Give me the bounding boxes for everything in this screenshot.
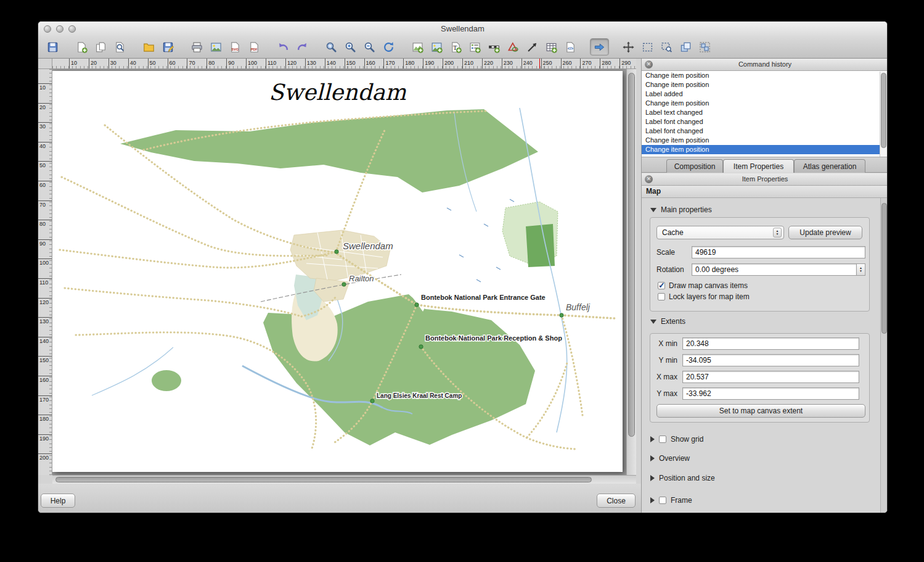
h-ruler-mark: 130 xyxy=(307,60,316,66)
raise-items-icon xyxy=(680,41,692,53)
tab-item-properties[interactable]: Item Properties xyxy=(723,159,794,173)
close-button[interactable]: Close xyxy=(597,494,636,508)
undo-icon xyxy=(277,41,289,53)
save-as-template-button[interactable] xyxy=(158,38,178,56)
add-html-icon: </> xyxy=(565,41,576,53)
v-ruler-mark: 120 xyxy=(39,299,49,305)
svg-text:PDF: PDF xyxy=(251,47,258,51)
show-grid-checkbox[interactable] xyxy=(659,436,666,443)
zoom-to-region-icon xyxy=(661,41,673,53)
add-map-button[interactable] xyxy=(408,38,427,56)
composer-canvas[interactable]: SwellendamRailtonBontebok National Park … xyxy=(52,69,636,475)
toolbar-group xyxy=(274,38,312,56)
add-label-button[interactable]: T xyxy=(446,38,465,56)
raise-items-button[interactable] xyxy=(676,38,695,56)
redo-button[interactable] xyxy=(293,38,312,56)
update-preview-button[interactable]: Update preview xyxy=(788,226,862,239)
history-item[interactable]: Label font changed xyxy=(642,117,888,126)
zoom-in-button[interactable] xyxy=(341,38,360,56)
export-svg-button[interactable]: SVG xyxy=(226,38,245,56)
history-item[interactable]: Label font changed xyxy=(642,126,888,136)
load-from-template-icon xyxy=(143,41,155,53)
panel-scrollbar[interactable] xyxy=(880,198,888,513)
help-button[interactable]: Help xyxy=(41,494,75,508)
new-composition-icon xyxy=(76,41,88,53)
v-ruler-mark: 100 xyxy=(39,260,49,266)
svg-text:SVG: SVG xyxy=(232,47,239,51)
tab-atlas-generation[interactable]: Atlas generation xyxy=(794,159,865,173)
v-ruler-mark: 10 xyxy=(39,85,46,91)
history-item[interactable]: Change item position xyxy=(642,99,888,108)
tab-composition[interactable]: Composition xyxy=(666,159,723,173)
set-to-map-canvas-extent-button[interactable]: Set to map canvas extent xyxy=(656,404,865,418)
draw-map-canvas-items-checkbox[interactable] xyxy=(658,282,665,289)
vertical-scroll-thumb[interactable] xyxy=(628,73,635,437)
export-image-button[interactable] xyxy=(206,38,226,56)
h-ruler-mark: 140 xyxy=(327,60,336,66)
canvas-horizontal-scrollbar[interactable] xyxy=(52,475,636,484)
print-button[interactable] xyxy=(187,38,206,56)
export-pdf-button[interactable]: PDF xyxy=(245,38,264,56)
map-mode-select[interactable]: Cache ▲▼ xyxy=(656,226,784,239)
add-shape-button[interactable] xyxy=(504,38,523,56)
frame-checkbox[interactable] xyxy=(659,497,666,504)
select-marquee-button[interactable] xyxy=(638,38,657,56)
poi-dot xyxy=(415,303,419,307)
h-ruler-mark: 240 xyxy=(523,60,533,66)
extent-input-x-max[interactable]: 20.537 xyxy=(682,371,859,383)
history-item[interactable]: Change item position xyxy=(642,80,888,89)
add-arrow-button[interactable] xyxy=(523,38,542,56)
load-from-template-button[interactable] xyxy=(139,38,158,56)
command-history-scroll-thumb[interactable] xyxy=(881,73,886,148)
duplicate-composition-button[interactable] xyxy=(91,38,110,56)
zoom-full-button[interactable] xyxy=(322,38,341,56)
map-title-label[interactable]: Swellendam xyxy=(52,80,623,105)
command-history-scrollbar[interactable] xyxy=(880,72,888,157)
add-label-icon: T xyxy=(450,41,462,53)
titlebar[interactable]: Swellendam xyxy=(38,22,887,35)
zoom-to-region-button[interactable] xyxy=(657,38,676,56)
toolbar-group xyxy=(139,38,178,56)
h-ruler-mark: 70 xyxy=(189,60,195,66)
zoom-out-button[interactable] xyxy=(360,38,379,56)
composition-paper[interactable]: SwellendamRailtonBontebok National Park … xyxy=(52,71,623,472)
rotation-input[interactable]: 0.00 degrees xyxy=(692,263,857,276)
extent-input-y-max[interactable]: -33.962 xyxy=(682,387,859,400)
add-scalebar-button[interactable] xyxy=(484,38,504,56)
save-button[interactable] xyxy=(43,38,62,56)
panel-scroll-thumb[interactable] xyxy=(881,203,887,334)
main-properties-disclosure[interactable]: Main properties xyxy=(650,205,712,214)
history-item[interactable]: Change item position xyxy=(642,136,888,145)
history-item[interactable]: Change item position xyxy=(642,145,888,154)
add-table-button[interactable] xyxy=(542,38,561,56)
lock-layers-checkbox[interactable] xyxy=(658,293,665,300)
scale-input[interactable]: 49619 xyxy=(692,246,865,258)
move-item-content-button[interactable] xyxy=(619,38,638,56)
new-composition-button[interactable] xyxy=(72,38,91,56)
add-image-button[interactable] xyxy=(427,38,446,56)
extent-input-x-min[interactable]: 20.348 xyxy=(682,337,859,350)
add-html-button[interactable]: </> xyxy=(561,38,580,56)
extent-input-y-min[interactable]: -34.095 xyxy=(682,354,859,366)
history-item[interactable]: Label added xyxy=(642,89,888,99)
section-show-grid[interactable]: Show grid xyxy=(650,435,703,444)
rotation-spinner[interactable]: ▲▼ xyxy=(857,263,865,276)
section-frame[interactable]: Frame xyxy=(650,496,692,505)
composition-manager-button[interactable] xyxy=(110,38,129,56)
select-move-item-button[interactable] xyxy=(590,38,609,56)
refresh-view-button[interactable] xyxy=(379,38,398,56)
history-item[interactable]: Label text changed xyxy=(642,108,888,117)
undo-button[interactable] xyxy=(274,38,293,56)
add-legend-button[interactable] xyxy=(465,38,484,56)
map-item[interactable]: SwellendamRailtonBontebok National Park … xyxy=(52,71,623,472)
export-image-icon xyxy=(210,41,222,53)
section-overview[interactable]: Overview xyxy=(650,454,690,463)
group-items-button[interactable] xyxy=(695,38,714,56)
horizontal-scroll-thumb[interactable] xyxy=(55,477,592,482)
section-position-and-size[interactable]: Position and size xyxy=(650,474,715,482)
history-item[interactable]: Change item position xyxy=(642,71,888,80)
canvas-vertical-scrollbar[interactable] xyxy=(626,69,636,475)
extents-disclosure[interactable]: Extents xyxy=(650,317,685,326)
add-shape-icon xyxy=(507,41,519,53)
expand-triangle-icon xyxy=(650,455,655,461)
